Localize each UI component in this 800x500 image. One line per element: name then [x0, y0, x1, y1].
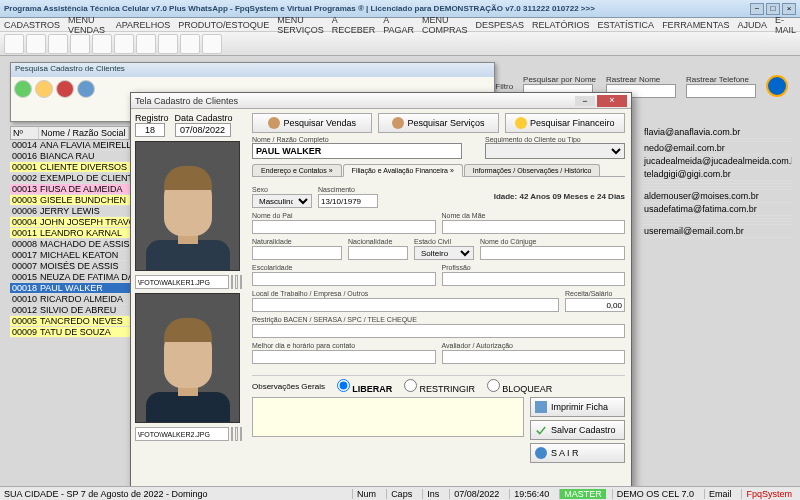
list-row[interactable]: 00009TATU DE SOUZA — [10, 327, 130, 338]
datacad-input[interactable] — [175, 123, 231, 137]
list-row[interactable]: 00015NEUZA DE FATIMA DA S — [10, 272, 130, 283]
registro-input[interactable] — [135, 123, 165, 137]
list-row[interactable]: 00014ANA FLAVIA MEIRELLES — [10, 140, 130, 151]
add-icon[interactable] — [14, 80, 32, 98]
toolbar-button[interactable] — [70, 34, 90, 54]
trabalho-input[interactable] — [252, 298, 559, 312]
list-row[interactable]: 00010RICARDO ALMEIDA — [10, 294, 130, 305]
seguimento-select[interactable] — [485, 143, 625, 159]
col-name[interactable]: Nome / Razão Social — [39, 127, 129, 139]
list-row[interactable]: 00016BIANCA RAU — [10, 151, 130, 162]
restricao-input[interactable] — [252, 324, 625, 338]
menu-estatistica[interactable]: ESTATÍSTICA — [597, 20, 654, 30]
menu-ferramentas[interactable]: FERRAMENTAS — [662, 20, 729, 30]
close-button[interactable]: × — [782, 3, 796, 15]
toolbar-button[interactable] — [202, 34, 222, 54]
liberar-radio[interactable] — [337, 379, 350, 392]
delete-icon[interactable] — [56, 80, 74, 98]
sair-button[interactable]: S A I R — [530, 443, 625, 463]
menu-despesas[interactable]: DESPESAS — [476, 20, 525, 30]
horario-input[interactable] — [252, 350, 436, 364]
toolbar-button[interactable] — [180, 34, 200, 54]
list-row[interactable]: 00018PAUL WALKER — [10, 283, 130, 294]
dialog-close-button[interactable]: × — [597, 95, 627, 107]
nome-input[interactable] — [252, 143, 462, 159]
list-row[interactable]: 00003GISELE BUNDCHEN — [10, 195, 130, 206]
restringir-radio[interactable] — [404, 379, 417, 392]
mae-input[interactable] — [442, 220, 626, 234]
list-row[interactable]: 00006JERRY LEWIS — [10, 206, 130, 217]
menu-pagar[interactable]: A PAGAR — [383, 15, 414, 35]
pesquisar-servicos-button[interactable]: Pesquisar Serviços — [378, 113, 498, 133]
list-row[interactable]: 00008MACHADO DE ASSIS — [10, 239, 130, 250]
menu-aparelhos[interactable]: APARELHOS — [116, 20, 170, 30]
nascimento-input[interactable] — [318, 194, 378, 208]
photo2-browse-icon[interactable] — [231, 427, 233, 441]
menu-receber[interactable]: A RECEBER — [332, 15, 376, 35]
col-number[interactable]: Nº — [11, 127, 39, 139]
tab-filiacao[interactable]: Filiação e Avaliação Financeira » — [343, 164, 463, 177]
conjuge-input[interactable] — [480, 246, 625, 260]
toolbar-button[interactable] — [114, 34, 134, 54]
list-row[interactable]: 00005TANCREDO NEVES — [10, 316, 130, 327]
toolbar-button[interactable] — [136, 34, 156, 54]
ecivil-select[interactable]: Solteiro — [414, 246, 474, 260]
list-row[interactable]: 00001CLIENTE DIVERSOS — [10, 162, 130, 173]
toolbar-button[interactable] — [92, 34, 112, 54]
list-row[interactable]: 00011LEANDRO KARNAL — [10, 228, 130, 239]
email-cell: flavia@anaflavia.com.br — [642, 126, 792, 139]
maximize-button[interactable]: □ — [766, 3, 780, 15]
photo1-clear-icon[interactable] — [240, 275, 242, 289]
list-row[interactable]: 00002EXEMPLO DE CLIENTE — [10, 173, 130, 184]
naturalidade-input[interactable] — [252, 246, 342, 260]
list-row[interactable]: 00012SILVIO DE ABREU — [10, 305, 130, 316]
salario-input[interactable] — [565, 298, 625, 312]
tab-endereco[interactable]: Endereço e Contatos » — [252, 164, 342, 176]
toolbar-button[interactable] — [48, 34, 68, 54]
tab-info[interactable]: Informações / Observações / Histórico — [464, 164, 601, 176]
list-row[interactable]: 00004JOHN JOSEPH TRAVOLTA — [10, 217, 130, 228]
pai-input[interactable] — [252, 220, 436, 234]
menu-compras[interactable]: MENU COMPRAS — [422, 15, 468, 35]
menu-vendas[interactable]: MENU VENDAS — [68, 15, 108, 35]
photo2-path[interactable] — [135, 427, 229, 441]
list-row[interactable]: 00017MICHAEL KEATON — [10, 250, 130, 261]
salvar-button[interactable]: Salvar Cadastro — [530, 420, 625, 440]
toolbar-button[interactable] — [26, 34, 46, 54]
photo1-zoom-icon[interactable] — [235, 275, 237, 289]
toolbar-button[interactable] — [4, 34, 24, 54]
escolaridade-input[interactable] — [252, 272, 436, 286]
photo1-path[interactable] — [135, 275, 229, 289]
pesquisar-vendas-button[interactable]: Pesquisar Vendas — [252, 113, 372, 133]
menu-relatorios[interactable]: RELATÓRIOS — [532, 20, 589, 30]
opt-liberar[interactable]: LIBERAR — [337, 379, 392, 394]
photo2-zoom-icon[interactable] — [235, 427, 237, 441]
search-go-button[interactable] — [766, 75, 788, 97]
opt-restringir[interactable]: RESTRINGIR — [404, 379, 475, 394]
menu-servicos[interactable]: MENU SERVIÇOS — [277, 15, 323, 35]
photo1-browse-icon[interactable] — [231, 275, 233, 289]
avaliador-input[interactable] — [442, 350, 626, 364]
opt-bloquear[interactable]: BLOQUEAR — [487, 379, 552, 394]
toolbar-button[interactable] — [158, 34, 178, 54]
menu-cadastros[interactable]: CADASTROS — [4, 20, 60, 30]
minimize-button[interactable]: − — [750, 3, 764, 15]
menu-ajuda[interactable]: AJUDA — [737, 20, 767, 30]
menu-email[interactable]: E-MAIL — [775, 15, 796, 35]
pesquisar-financeiro-button[interactable]: Pesquisar Financeiro — [505, 113, 625, 133]
horario-label: Melhor dia e horário para contato — [252, 342, 355, 349]
menu-produto[interactable]: PRODUTO/ESTOQUE — [178, 20, 269, 30]
list-row[interactable]: 00007MOISÉS DE ASSIS — [10, 261, 130, 272]
refresh-icon[interactable] — [77, 80, 95, 98]
bloquear-radio[interactable] — [487, 379, 500, 392]
imprimir-button[interactable]: Imprimir Ficha — [530, 397, 625, 417]
photo2-clear-icon[interactable] — [240, 427, 242, 441]
sexo-select[interactable]: Masculino — [252, 194, 312, 208]
list-row[interactable]: 00013FIUSA DE ALMEIDA — [10, 184, 130, 195]
edit-icon[interactable] — [35, 80, 53, 98]
profissao-input[interactable] — [442, 272, 626, 286]
obs-textarea[interactable] — [252, 397, 524, 437]
dialog-min-button[interactable]: − — [575, 96, 595, 106]
track-phone-input[interactable] — [686, 84, 756, 98]
nacionalidade-input[interactable] — [348, 246, 408, 260]
